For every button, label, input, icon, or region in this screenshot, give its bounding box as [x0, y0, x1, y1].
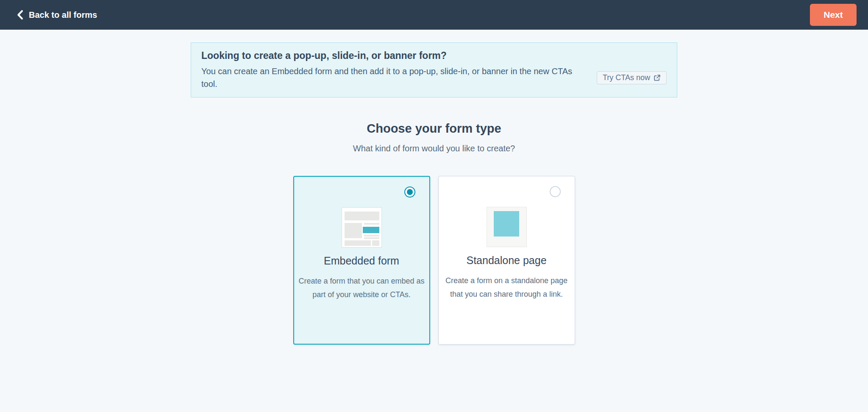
try-ctas-now-button[interactable]: Try CTAs now: [597, 71, 667, 84]
main-content: Choose your form type What kind of form …: [0, 121, 868, 345]
banner-body-row: You can create an Embedded form and then…: [201, 65, 667, 90]
external-link-icon: [654, 74, 661, 81]
cta-info-banner: Looking to create a pop-up, slide-in, or…: [191, 42, 677, 97]
choose-form-type-page: Back to all forms Next Looking to create…: [0, 0, 868, 412]
radio-embedded-form[interactable]: [404, 187, 415, 198]
page-subtitle: What kind of form would you like to crea…: [0, 143, 868, 154]
banner-title: Looking to create a pop-up, slide-in, or…: [201, 49, 667, 62]
card-description-embedded-form: Create a form that you can embed as part…: [294, 274, 429, 301]
icon-page-square: [494, 211, 519, 237]
card-description-standalone-page: Create a form on a standalone page that …: [439, 274, 574, 301]
page-title: Choose your form type: [0, 121, 868, 136]
try-ctas-now-label: Try CTAs now: [603, 73, 650, 82]
next-button[interactable]: Next: [810, 4, 857, 26]
icon-cta-bar: [363, 227, 379, 233]
topbar: Back to all forms Next: [0, 0, 868, 30]
radio-standalone-page[interactable]: [550, 186, 561, 197]
back-to-all-forms-link[interactable]: Back to all forms: [16, 10, 97, 20]
back-label: Back to all forms: [29, 10, 97, 20]
banner-body-text: You can create an Embedded form and then…: [201, 65, 590, 90]
standalone-page-icon: [487, 207, 527, 247]
option-card-standalone-page[interactable]: Standalone page Create a form on a stand…: [438, 176, 575, 345]
card-title-standalone-page: Standalone page: [439, 254, 575, 267]
embedded-form-icon: [342, 207, 382, 248]
form-type-options: Embedded form Create a form that you can…: [0, 176, 868, 345]
card-title-embedded-form: Embedded form: [294, 254, 429, 267]
chevron-left-icon: [16, 10, 24, 20]
option-card-embedded-form[interactable]: Embedded form Create a form that you can…: [293, 176, 430, 345]
